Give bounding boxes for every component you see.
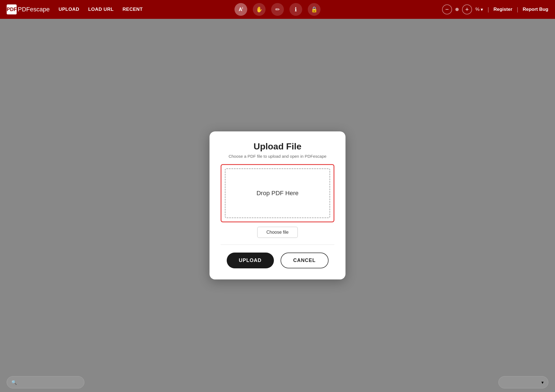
choose-file-button[interactable]: Choose file — [257, 227, 298, 238]
zoom-percent-label: % — [475, 7, 480, 12]
text-tool-button[interactable]: AI — [234, 3, 247, 16]
nav-divider: | — [488, 6, 489, 13]
zoom-chevron-icon: ▾ — [481, 7, 483, 12]
search-icon: 🔍 — [11, 380, 17, 385]
nav-links: UPLOAD LOAD URL RECENT — [59, 7, 143, 12]
dialog-divider — [221, 245, 334, 245]
nav-load-url[interactable]: LOAD URL — [88, 7, 114, 12]
upload-dialog: Upload File Choose a PDF file to upload … — [210, 131, 345, 279]
modal-overlay: Upload File Choose a PDF file to upload … — [0, 19, 555, 392]
topnav: PDF PDFescape UPLOAD LOAD URL RECENT AI … — [0, 0, 555, 19]
logo-icon: PDF — [7, 4, 17, 14]
main-area: Upload File Choose a PDF file to upload … — [0, 19, 555, 392]
register-button[interactable]: Register — [493, 7, 512, 12]
report-bug-button[interactable]: Report Bug — [523, 7, 548, 12]
draw-tool-button[interactable]: ✏ — [271, 3, 284, 16]
hand-icon: ✋ — [256, 6, 263, 13]
bottom-bar: 🔍 ▾ — [0, 373, 555, 392]
nav-right: − + % ▾ | Register | Report Bug — [442, 4, 548, 14]
cancel-button[interactable]: CANCEL — [281, 253, 329, 268]
zoom-dot — [455, 8, 459, 11]
info-tool-button[interactable]: ℹ — [289, 3, 302, 16]
page-nav-chevron-icon: ▾ — [541, 380, 544, 385]
text-icon: AI — [239, 7, 243, 12]
hand-tool-button[interactable]: ✋ — [253, 3, 266, 16]
draw-icon: ✏ — [275, 6, 280, 13]
drop-zone-outer[interactable]: Drop PDF Here — [221, 164, 334, 222]
zoom-out-button[interactable]: − — [442, 4, 452, 14]
lock-icon: 🔒 — [311, 6, 318, 13]
zoom-in-button[interactable]: + — [462, 4, 472, 14]
nav-recent[interactable]: RECENT — [123, 7, 143, 12]
zoom-out-icon: − — [445, 6, 449, 13]
lock-tool-button[interactable]: 🔒 — [308, 3, 321, 16]
drop-text: Drop PDF Here — [256, 190, 299, 197]
upload-button[interactable]: UPLOAD — [227, 253, 274, 268]
zoom-controls: − + % ▾ — [442, 4, 483, 14]
drop-zone-inner[interactable]: Drop PDF Here — [225, 168, 330, 218]
dialog-subtitle: Choose a PDF file to upload and open in … — [221, 154, 334, 159]
logo-area: PDF PDFescape — [7, 4, 50, 14]
dialog-title: Upload File — [221, 141, 334, 152]
search-box[interactable]: 🔍 — [7, 376, 84, 388]
action-buttons: UPLOAD CANCEL — [221, 253, 334, 268]
info-icon: ℹ — [295, 6, 297, 13]
nav-upload[interactable]: UPLOAD — [59, 7, 79, 12]
nav-divider-2: | — [517, 6, 518, 13]
page-nav-box[interactable]: ▾ — [498, 376, 548, 388]
nav-center: AI ✋ ✏ ℹ 🔒 — [234, 3, 321, 16]
zoom-in-icon: + — [465, 6, 469, 13]
zoom-percent-selector[interactable]: % ▾ — [475, 7, 483, 12]
logo-text: PDFescape — [18, 6, 50, 13]
